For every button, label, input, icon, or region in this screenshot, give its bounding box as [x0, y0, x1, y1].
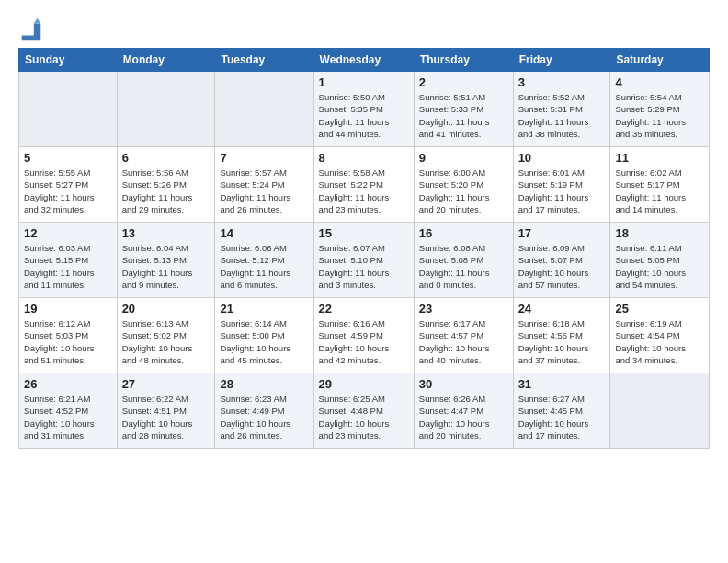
calendar-cell: 18Sunrise: 6:11 AM Sunset: 5:05 PM Dayli… — [610, 223, 710, 298]
day-info: Sunrise: 6:00 AM Sunset: 5:20 PM Dayligh… — [419, 167, 508, 215]
day-info: Sunrise: 6:11 AM Sunset: 5:05 PM Dayligh… — [615, 242, 704, 291]
day-info: Sunrise: 6:07 AM Sunset: 5:10 PM Dayligh… — [319, 242, 409, 291]
day-info: Sunrise: 6:08 AM Sunset: 5:08 PM Dayligh… — [419, 242, 508, 291]
day-number: 6 — [122, 151, 210, 165]
calendar-cell: 22Sunrise: 6:16 AM Sunset: 4:59 PM Dayli… — [313, 298, 414, 373]
day-info: Sunrise: 5:51 AM Sunset: 5:33 PM Dayligh… — [419, 91, 508, 140]
day-info: Sunrise: 5:54 AM Sunset: 5:29 PM Dayligh… — [615, 91, 704, 140]
page: SundayMondayTuesdayWednesdayThursdayFrid… — [0, 0, 728, 563]
weekday-header-sunday: Sunday — [19, 49, 118, 72]
day-number: 18 — [615, 226, 704, 240]
day-number: 15 — [319, 226, 409, 240]
day-number: 11 — [615, 151, 704, 165]
day-number: 26 — [24, 377, 112, 391]
day-info: Sunrise: 5:57 AM Sunset: 5:24 PM Dayligh… — [220, 167, 308, 215]
calendar-cell: 31Sunrise: 6:27 AM Sunset: 4:45 PM Dayli… — [513, 373, 610, 449]
day-number: 30 — [419, 377, 508, 391]
calendar-cell — [610, 373, 710, 449]
weekday-header-row: SundayMondayTuesdayWednesdayThursdayFrid… — [19, 49, 710, 72]
calendar-cell: 25Sunrise: 6:19 AM Sunset: 4:54 PM Dayli… — [610, 298, 710, 373]
calendar-week-row: 1Sunrise: 5:50 AM Sunset: 5:35 PM Daylig… — [19, 72, 710, 147]
calendar-cell: 30Sunrise: 6:26 AM Sunset: 4:47 PM Dayli… — [414, 373, 513, 449]
calendar-cell: 14Sunrise: 6:06 AM Sunset: 5:12 PM Dayli… — [215, 223, 313, 298]
day-info: Sunrise: 6:21 AM Sunset: 4:52 PM Dayligh… — [24, 393, 112, 442]
day-number: 31 — [518, 377, 606, 391]
day-number: 16 — [419, 226, 508, 240]
day-info: Sunrise: 6:12 AM Sunset: 5:03 PM Dayligh… — [24, 317, 112, 366]
day-info: Sunrise: 6:04 AM Sunset: 5:13 PM Dayligh… — [122, 242, 210, 291]
day-number: 7 — [220, 151, 308, 165]
calendar-cell: 13Sunrise: 6:04 AM Sunset: 5:13 PM Dayli… — [117, 223, 215, 298]
day-number: 23 — [419, 302, 508, 316]
calendar-cell: 10Sunrise: 6:01 AM Sunset: 5:19 PM Dayli… — [513, 147, 610, 223]
calendar-cell: 19Sunrise: 6:12 AM Sunset: 5:03 PM Dayli… — [19, 298, 118, 373]
day-number: 14 — [220, 226, 308, 240]
day-number: 2 — [419, 75, 508, 89]
day-number: 12 — [24, 226, 112, 240]
calendar-cell: 6Sunrise: 5:56 AM Sunset: 5:26 PM Daylig… — [117, 147, 215, 223]
calendar-week-row: 19Sunrise: 6:12 AM Sunset: 5:03 PM Dayli… — [19, 298, 710, 373]
day-number: 20 — [122, 302, 210, 316]
day-number: 9 — [419, 151, 508, 165]
day-info: Sunrise: 6:02 AM Sunset: 5:17 PM Dayligh… — [615, 167, 704, 215]
weekday-header-thursday: Thursday — [414, 49, 513, 72]
svg-marker-1 — [34, 18, 40, 24]
calendar-cell: 20Sunrise: 6:13 AM Sunset: 5:02 PM Dayli… — [117, 298, 215, 373]
day-number: 3 — [518, 75, 606, 89]
day-number: 27 — [122, 377, 210, 391]
day-info: Sunrise: 6:16 AM Sunset: 4:59 PM Dayligh… — [319, 317, 409, 366]
day-number: 21 — [220, 302, 308, 316]
calendar-cell: 15Sunrise: 6:07 AM Sunset: 5:10 PM Dayli… — [313, 223, 414, 298]
svg-marker-0 — [22, 23, 41, 40]
calendar-cell — [117, 72, 215, 147]
calendar-cell: 7Sunrise: 5:57 AM Sunset: 5:24 PM Daylig… — [215, 147, 313, 223]
weekday-header-friday: Friday — [513, 49, 610, 72]
calendar-cell: 3Sunrise: 5:52 AM Sunset: 5:31 PM Daylig… — [513, 72, 610, 147]
calendar-cell: 12Sunrise: 6:03 AM Sunset: 5:15 PM Dayli… — [19, 223, 118, 298]
day-info: Sunrise: 6:23 AM Sunset: 4:49 PM Dayligh… — [220, 393, 308, 442]
day-number: 28 — [220, 377, 308, 391]
day-info: Sunrise: 6:09 AM Sunset: 5:07 PM Dayligh… — [518, 242, 606, 291]
day-info: Sunrise: 6:19 AM Sunset: 4:54 PM Dayligh… — [615, 317, 704, 366]
calendar-cell — [19, 72, 118, 147]
calendar-week-row: 5Sunrise: 5:55 AM Sunset: 5:27 PM Daylig… — [19, 147, 710, 223]
day-info: Sunrise: 5:56 AM Sunset: 5:26 PM Dayligh… — [122, 167, 210, 215]
calendar-cell — [215, 72, 313, 147]
calendar-week-row: 12Sunrise: 6:03 AM Sunset: 5:15 PM Dayli… — [19, 223, 710, 298]
weekday-header-wednesday: Wednesday — [313, 49, 414, 72]
calendar-cell: 4Sunrise: 5:54 AM Sunset: 5:29 PM Daylig… — [610, 72, 710, 147]
header — [18, 15, 710, 40]
calendar-week-row: 26Sunrise: 6:21 AM Sunset: 4:52 PM Dayli… — [19, 373, 710, 449]
day-number: 10 — [518, 151, 606, 165]
day-info: Sunrise: 6:26 AM Sunset: 4:47 PM Dayligh… — [419, 393, 508, 442]
day-info: Sunrise: 6:14 AM Sunset: 5:00 PM Dayligh… — [220, 317, 308, 366]
day-number: 1 — [319, 75, 409, 89]
day-info: Sunrise: 6:13 AM Sunset: 5:02 PM Dayligh… — [122, 317, 210, 366]
day-number: 17 — [518, 226, 606, 240]
day-info: Sunrise: 5:58 AM Sunset: 5:22 PM Dayligh… — [319, 167, 409, 215]
day-info: Sunrise: 5:52 AM Sunset: 5:31 PM Dayligh… — [518, 91, 606, 140]
calendar-cell: 28Sunrise: 6:23 AM Sunset: 4:49 PM Dayli… — [215, 373, 313, 449]
day-number: 8 — [319, 151, 409, 165]
day-info: Sunrise: 5:55 AM Sunset: 5:27 PM Dayligh… — [24, 167, 112, 215]
day-info: Sunrise: 6:06 AM Sunset: 5:12 PM Dayligh… — [220, 242, 308, 291]
calendar-cell: 23Sunrise: 6:17 AM Sunset: 4:57 PM Dayli… — [414, 298, 513, 373]
weekday-header-saturday: Saturday — [610, 49, 710, 72]
logo-icon — [18, 17, 44, 42]
logo — [18, 15, 46, 40]
day-number: 19 — [24, 302, 112, 316]
calendar-cell: 2Sunrise: 5:51 AM Sunset: 5:33 PM Daylig… — [414, 72, 513, 147]
day-number: 22 — [319, 302, 409, 316]
calendar-cell: 21Sunrise: 6:14 AM Sunset: 5:00 PM Dayli… — [215, 298, 313, 373]
day-number: 13 — [122, 226, 210, 240]
weekday-header-monday: Monday — [117, 49, 215, 72]
day-info: Sunrise: 6:25 AM Sunset: 4:48 PM Dayligh… — [319, 393, 409, 442]
calendar-cell: 5Sunrise: 5:55 AM Sunset: 5:27 PM Daylig… — [19, 147, 118, 223]
weekday-header-tuesday: Tuesday — [215, 49, 313, 72]
day-info: Sunrise: 6:03 AM Sunset: 5:15 PM Dayligh… — [24, 242, 112, 291]
day-info: Sunrise: 6:22 AM Sunset: 4:51 PM Dayligh… — [122, 393, 210, 442]
day-number: 4 — [615, 75, 704, 89]
day-info: Sunrise: 6:27 AM Sunset: 4:45 PM Dayligh… — [518, 393, 606, 442]
day-info: Sunrise: 5:50 AM Sunset: 5:35 PM Dayligh… — [319, 91, 409, 140]
calendar-cell: 16Sunrise: 6:08 AM Sunset: 5:08 PM Dayli… — [414, 223, 513, 298]
